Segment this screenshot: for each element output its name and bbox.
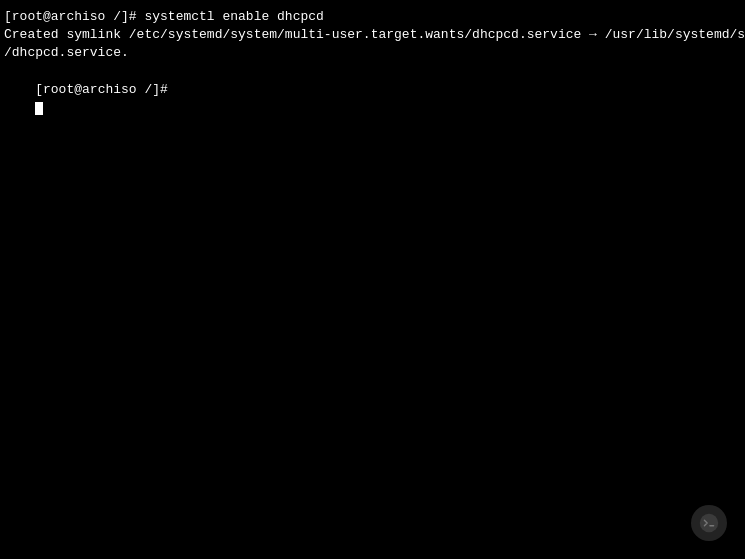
icon-circle <box>700 514 718 532</box>
terminal-prompt: [root@archiso /]# <box>4 63 741 136</box>
terminal-svg-icon <box>698 512 720 534</box>
terminal-line-2: Created symlink /etc/systemd/system/mult… <box>4 26 741 44</box>
terminal-window[interactable]: [root@archiso /]# systemctl enable dhcpc… <box>0 0 745 559</box>
terminal-line-1: [root@archiso /]# systemctl enable dhcpc… <box>4 8 741 26</box>
terminal-cursor <box>35 102 43 115</box>
terminal-line-3: /dhcpcd.service. <box>4 44 741 62</box>
terminal-icon <box>691 505 727 541</box>
